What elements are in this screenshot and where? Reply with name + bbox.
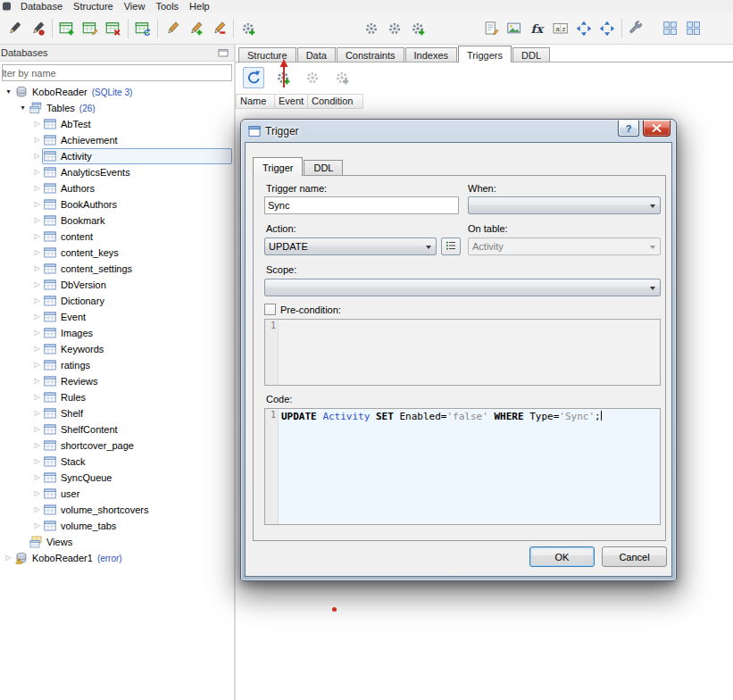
tree-item-table-volume_shortcovers[interactable]: ▷volume_shortcovers: [0, 502, 234, 518]
on-table-combo[interactable]: Activity: [468, 238, 661, 255]
tree-item-table-bookmark[interactable]: ▷Bookmark: [0, 212, 234, 229]
collapse-arrow-icon[interactable]: ▷: [32, 180, 42, 196]
trigger-name-input[interactable]: [264, 196, 459, 214]
collapse-arrow-icon[interactable]: ▷: [32, 421, 42, 438]
column-header-condition[interactable]: Condition: [308, 94, 363, 109]
window-grid-2-icon[interactable]: [682, 17, 705, 40]
fx-function-icon[interactable]: fx: [526, 17, 549, 40]
precondition-editor[interactable]: 1: [264, 319, 661, 386]
collapse-arrow-icon[interactable]: ▷: [32, 245, 42, 261]
tree-item-tables[interactable]: ▾Tables(26): [0, 100, 234, 116]
tree-item-table-content_keys[interactable]: ▷content_keys: [0, 245, 234, 261]
tree-item-table-dictionary[interactable]: ▷Dictionary: [0, 293, 234, 309]
when-combo[interactable]: [468, 196, 661, 214]
float-panel-icon[interactable]: [217, 46, 230, 60]
collapse-arrow-icon[interactable]: ▷: [32, 470, 42, 486]
document-edit-icon[interactable]: [479, 17, 503, 40]
collapse-arrow-icon[interactable]: ▷: [32, 486, 42, 502]
tree-item-table-analyticsevents[interactable]: ▷AnalyticsEvents: [0, 164, 234, 180]
column-header-name[interactable]: Name: [236, 94, 275, 109]
gear-add-2-icon[interactable]: [406, 17, 429, 40]
tree-item-table-keywords[interactable]: ▷Keywords: [0, 341, 234, 357]
collapse-arrow-icon[interactable]: ▷: [32, 325, 42, 341]
collapse-arrow-icon[interactable]: ▷: [32, 341, 42, 357]
pencil-orange-add-icon[interactable]: [184, 17, 207, 40]
tree-item-table-event[interactable]: ▷Event: [0, 309, 234, 325]
pencil-red-mark-icon[interactable]: [26, 17, 49, 40]
blue-grid-2-icon[interactable]: [596, 17, 619, 40]
collapse-arrow-icon[interactable]: ▷: [32, 164, 42, 180]
tab-data[interactable]: Data: [297, 47, 336, 62]
wrench-icon[interactable]: [625, 17, 648, 40]
scope-combo[interactable]: [264, 279, 661, 296]
collapse-arrow-icon[interactable]: ▷: [32, 389, 42, 405]
collapse-arrow-icon[interactable]: ▷: [32, 261, 42, 277]
collapse-arrow-icon[interactable]: ▷: [32, 502, 42, 518]
az-collation-icon[interactable]: az: [549, 17, 572, 40]
edit-trigger-icon[interactable]: [302, 67, 323, 88]
tab-indexes[interactable]: Indexes: [405, 47, 458, 62]
tree-item-table-volume_tabs[interactable]: ▷volume_tabs: [0, 518, 234, 534]
collapse-arrow-icon[interactable]: ▷: [32, 309, 42, 325]
tab-triggers[interactable]: Triggers: [458, 46, 512, 62]
collapse-arrow-icon[interactable]: ▷: [32, 438, 42, 454]
expand-arrow-icon[interactable]: ▾: [4, 84, 13, 100]
collapse-arrow-icon[interactable]: ▷: [32, 293, 42, 309]
ok-button[interactable]: OK: [529, 546, 595, 567]
tree-item-table-achievement[interactable]: ▷Achievement: [0, 132, 234, 148]
refresh-icon[interactable]: [243, 67, 264, 88]
collapse-arrow-icon[interactable]: ▷: [32, 116, 42, 132]
tree-item-table-content[interactable]: ▷content: [0, 229, 234, 245]
tab-ddl[interactable]: DDL: [512, 47, 550, 62]
tree-item-database[interactable]: ▾KoboReader(SQLite 3): [0, 84, 234, 100]
pencil-icon[interactable]: [3, 17, 26, 40]
tree-item-table-syncqueue[interactable]: ▷SyncQueue: [0, 470, 234, 486]
precondition-checkbox[interactable]: [264, 304, 276, 315]
tree-item-table-shelf[interactable]: ▷Shelf: [0, 405, 234, 421]
tree-item-database-error[interactable]: ▷KoboReader1(error): [0, 550, 234, 566]
tree-item-table-content_settings[interactable]: ▷content_settings: [0, 261, 234, 277]
help-button[interactable]: ?: [618, 121, 639, 137]
collapse-arrow-icon[interactable]: ▷: [32, 132, 42, 148]
collapse-arrow-icon[interactable]: ▷: [32, 229, 42, 245]
dialog-tab-ddl[interactable]: DDL: [304, 160, 343, 175]
gear-run-icon[interactable]: [383, 17, 406, 40]
tree-item-table-dbversion[interactable]: ▷DbVersion: [0, 277, 234, 293]
tree-item-table-abtest[interactable]: ▷AbTest: [0, 116, 234, 132]
delete-trigger-icon[interactable]: [331, 67, 353, 88]
tree-item-table-authors[interactable]: ▷Authors: [0, 180, 234, 196]
tree-item-table-stack[interactable]: ▷Stack: [0, 454, 234, 470]
collapse-arrow-icon[interactable]: ▷: [32, 277, 42, 293]
tree-item-table-shelfcontent[interactable]: ▷ShelfContent: [0, 421, 234, 438]
collapse-arrow-icon[interactable]: ▷: [32, 454, 42, 470]
action-list-button[interactable]: [441, 238, 461, 255]
collapse-arrow-icon[interactable]: ▷: [32, 196, 42, 212]
menu-help[interactable]: Help: [184, 1, 215, 12]
tree-item-table-bookauthors[interactable]: ▷BookAuthors: [0, 196, 234, 212]
tree-item-table-user[interactable]: ▷user: [0, 486, 234, 502]
pencil-orange-icon[interactable]: [161, 17, 184, 40]
collapse-arrow-icon[interactable]: ▷: [32, 405, 42, 421]
close-button[interactable]: [643, 121, 671, 137]
tree-item-table-shortcover_page[interactable]: ▷shortcover_page: [0, 438, 234, 454]
collapse-arrow-icon[interactable]: ▷: [32, 373, 42, 389]
code-editor-body[interactable]: UPDATE Activity SET Enabled='false' WHER…: [279, 409, 660, 524]
table-add-icon[interactable]: [55, 17, 79, 40]
table-refresh-icon[interactable]: [131, 17, 154, 40]
tree-item-table-reviews[interactable]: ▷Reviews: [0, 373, 234, 389]
precondition-editor-body[interactable]: [279, 320, 660, 385]
dialog-titlebar[interactable]: Trigger: [241, 120, 676, 142]
collapse-arrow-icon[interactable]: ▷: [32, 148, 42, 164]
menu-structure[interactable]: Structure: [68, 1, 119, 12]
tree-item-table-rules[interactable]: ▷Rules: [0, 389, 234, 405]
collapse-arrow-icon[interactable]: ▷: [32, 212, 42, 229]
collapse-arrow-icon[interactable]: ▷: [32, 518, 42, 534]
tab-constraints[interactable]: Constraints: [337, 47, 404, 62]
cancel-button[interactable]: Cancel: [602, 546, 667, 567]
tree-item-table-images[interactable]: ▷Images: [0, 325, 234, 341]
collapse-arrow-icon[interactable]: ▷: [32, 357, 42, 373]
action-combo[interactable]: UPDATE: [264, 238, 437, 255]
window-grid-icon[interactable]: [659, 17, 682, 40]
tree-item-table-activity[interactable]: ▷Activity: [0, 148, 234, 164]
expand-arrow-icon[interactable]: ▾: [18, 100, 28, 116]
